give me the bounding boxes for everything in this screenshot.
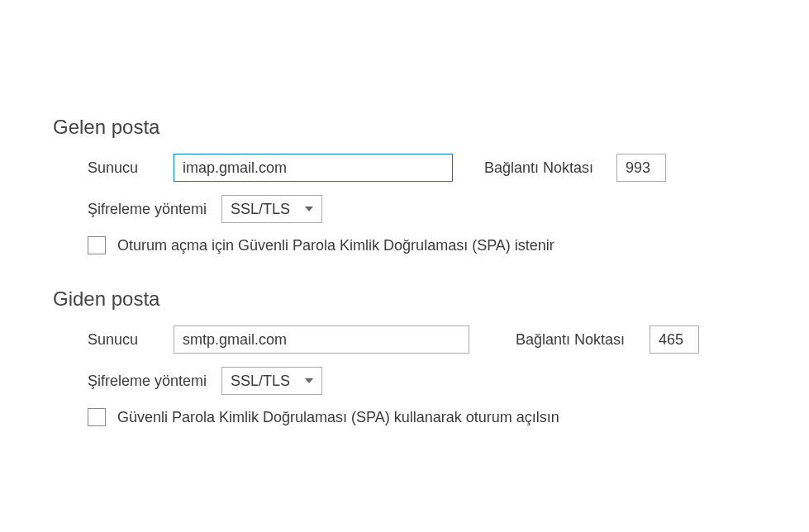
incoming-spa-row: Oturum açma için Güvenli Parola Kimlik D… bbox=[88, 236, 809, 254]
incoming-mail-section: Gelen posta Sunucu Bağlantı Noktası Şifr… bbox=[53, 116, 809, 254]
outgoing-server-input[interactable] bbox=[174, 325, 469, 354]
incoming-server-row: Sunucu Bağlantı Noktası bbox=[88, 154, 809, 182]
incoming-server-input[interactable] bbox=[174, 154, 453, 182]
chevron-down-icon bbox=[305, 378, 321, 383]
outgoing-spa-row: Güvenli Parola Kimlik Doğrulaması (SPA) … bbox=[88, 408, 809, 426]
outgoing-server-label: Sunucu bbox=[88, 331, 174, 349]
mail-settings-form: Gelen posta Sunucu Bağlantı Noktası Şifr… bbox=[0, 0, 809, 426]
svg-marker-0 bbox=[305, 207, 313, 211]
incoming-encryption-label: Şifreleme yöntemi bbox=[88, 201, 207, 218]
outgoing-mail-section: Giden posta Sunucu Bağlantı Noktası Şifr… bbox=[53, 287, 809, 426]
incoming-server-label: Sunucu bbox=[88, 159, 174, 177]
outgoing-mail-title: Giden posta bbox=[53, 287, 809, 311]
outgoing-spa-label: Güvenli Parola Kimlik Doğrulaması (SPA) … bbox=[117, 409, 559, 426]
outgoing-encryption-row: Şifreleme yöntemi SSL/TLS bbox=[88, 367, 809, 395]
incoming-mail-title: Gelen posta bbox=[53, 116, 809, 139]
incoming-encryption-select[interactable]: SSL/TLS bbox=[221, 195, 322, 223]
outgoing-encryption-select[interactable]: SSL/TLS bbox=[221, 367, 322, 395]
incoming-encryption-row: Şifreleme yöntemi SSL/TLS bbox=[88, 195, 809, 223]
svg-marker-1 bbox=[305, 378, 313, 383]
outgoing-spa-checkbox[interactable] bbox=[88, 408, 106, 426]
outgoing-port-label: Bağlantı Noktası bbox=[516, 331, 625, 349]
outgoing-form-group: Sunucu Bağlantı Noktası Şifreleme yöntem… bbox=[53, 325, 809, 426]
incoming-spa-checkbox[interactable] bbox=[88, 236, 106, 254]
outgoing-server-row: Sunucu Bağlantı Noktası bbox=[88, 325, 809, 354]
outgoing-encryption-value: SSL/TLS bbox=[231, 373, 305, 390]
incoming-port-label: Bağlantı Noktası bbox=[484, 159, 593, 177]
outgoing-port-input[interactable] bbox=[650, 325, 699, 354]
outgoing-encryption-label: Şifreleme yöntemi bbox=[88, 373, 207, 390]
incoming-form-group: Sunucu Bağlantı Noktası Şifreleme yöntem… bbox=[53, 154, 809, 254]
chevron-down-icon bbox=[305, 207, 321, 211]
incoming-encryption-value: SSL/TLS bbox=[231, 201, 305, 218]
incoming-port-input[interactable] bbox=[616, 154, 666, 182]
incoming-spa-label: Oturum açma için Güvenli Parola Kimlik D… bbox=[117, 237, 554, 254]
